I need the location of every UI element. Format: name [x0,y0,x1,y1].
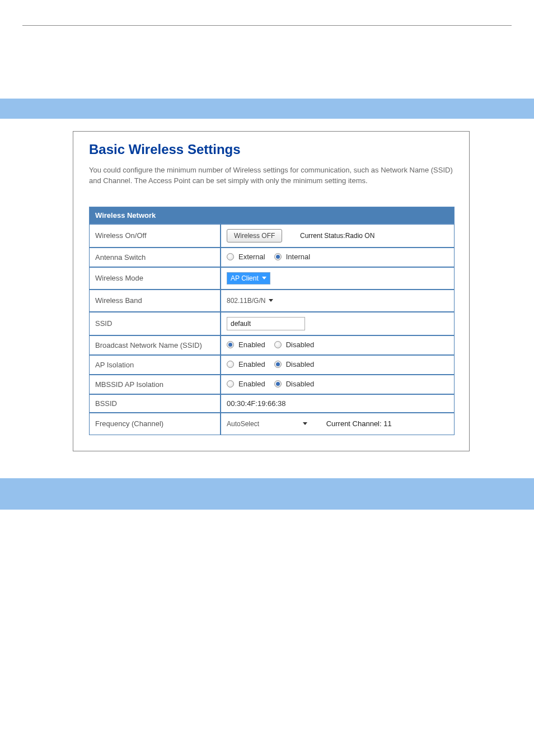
row-wireless-onoff: Wireless On/Off Wireless OFF Current Sta… [89,224,455,248]
radio-label-external: External [238,253,265,261]
row-bssid: BSSID 00:30:4F:19:66:38 [89,394,455,413]
row-broadcast-ssid: Broadcast Network Name (SSID) Enabled Di… [89,335,455,355]
row-mbssid-ap-isolation: MBSSID AP Isolation Enabled Disabled [89,375,455,394]
label-ap-isolation: AP Isolation [89,355,221,375]
label-wireless-band: Wireless Band [89,290,221,312]
radio-apiso-disabled[interactable] [274,361,282,368]
chevron-down-icon [303,422,307,425]
label-antenna-switch: Antenna Switch [89,248,221,267]
row-ap-isolation: AP Isolation Enabled Disabled [89,355,455,375]
label-ssid: SSID [89,312,221,335]
radio-apiso-enabled[interactable] [227,361,234,368]
page-description: You could configure the minimum number o… [89,165,455,186]
radio-label-mbssid-disabled: Disabled [286,380,315,388]
radio-antenna-external[interactable] [227,253,234,260]
bssid-value: 00:30:4F:19:66:38 [227,399,286,408]
radio-label-mbssid-enabled: Enabled [238,380,265,388]
row-ssid: SSID [89,312,455,335]
radio-mbssid-enabled[interactable] [227,380,234,388]
radio-broadcast-disabled[interactable] [274,341,282,348]
ssid-input[interactable] [227,317,305,330]
wireless-settings-table: Wireless On/Off Wireless OFF Current Sta… [89,224,455,435]
top-blue-bar [0,99,534,119]
label-bssid: BSSID [89,394,221,413]
row-wireless-mode: Wireless Mode AP Client [89,267,455,290]
label-frequency-channel: Frequency (Channel) [89,413,221,435]
radio-mbssid-disabled[interactable] [274,380,282,388]
wireless-band-value: 802.11B/G/N [227,297,265,305]
row-wireless-band: Wireless Band 802.11B/G/N [89,290,455,312]
radio-label-apiso-enabled: Enabled [238,360,265,368]
row-antenna-switch: Antenna Switch External Internal [89,248,455,267]
frequency-channel-value: AutoSelect [227,420,259,428]
frequency-channel-select[interactable]: AutoSelect [227,418,311,430]
wireless-mode-value: AP Client [231,274,259,282]
row-frequency-channel: Frequency (Channel) AutoSelect Current C… [89,413,455,435]
chevron-down-icon [262,277,266,279]
radio-label-broadcast-enabled: Enabled [238,340,265,349]
radio-broadcast-enabled[interactable] [227,341,234,348]
wireless-status-text: Current Status:Radio ON [300,232,374,240]
section-header-wireless-network: Wireless Network [89,207,455,224]
label-wireless-onoff: Wireless On/Off [89,224,221,248]
chevron-down-icon [269,299,273,302]
label-wireless-mode: Wireless Mode [89,267,221,290]
wireless-band-select[interactable]: 802.11B/G/N [227,295,277,307]
top-divider [22,25,512,26]
page-title: Basic Wireless Settings [89,142,455,157]
bottom-blue-bar [0,478,534,510]
radio-label-apiso-disabled: Disabled [286,360,315,368]
radio-antenna-internal[interactable] [274,253,282,260]
label-broadcast-ssid: Broadcast Network Name (SSID) [89,335,221,355]
current-channel-text: Current Channel: 11 [326,419,392,428]
radio-label-broadcast-disabled: Disabled [286,340,315,349]
wireless-mode-select[interactable]: AP Client [227,272,270,284]
settings-panel: Basic Wireless Settings You could config… [73,131,470,451]
radio-label-internal: Internal [286,253,310,261]
label-mbssid-ap-isolation: MBSSID AP Isolation [89,375,221,394]
wireless-off-button[interactable]: Wireless OFF [227,229,282,242]
